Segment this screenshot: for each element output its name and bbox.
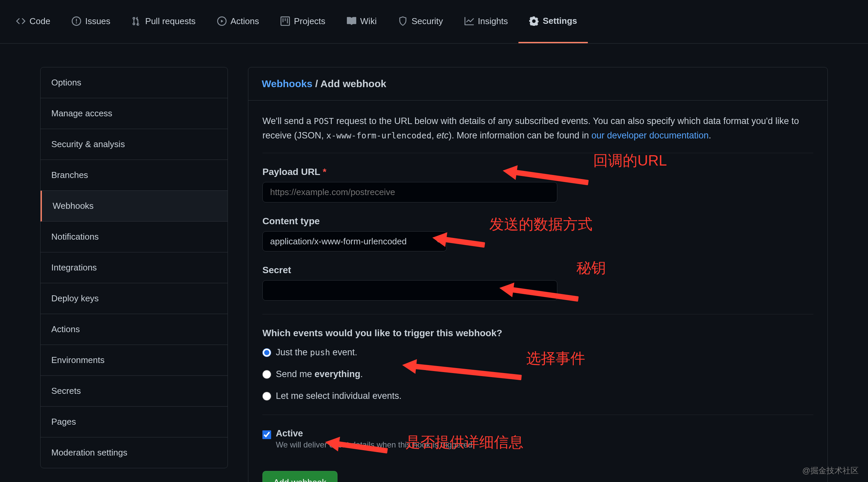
play-icon — [217, 17, 226, 26]
sidebar-item-manage-access[interactable]: Manage access — [40, 98, 227, 129]
sidebar-item-actions[interactable]: Actions — [40, 314, 227, 345]
sidebar-label: Branches — [51, 170, 88, 180]
active-note: We will deliver event details when this … — [276, 440, 474, 450]
sidebar-label: Deploy keys — [51, 293, 99, 303]
sidebar-label: Notifications — [51, 232, 99, 242]
sidebar-label: Manage access — [51, 108, 112, 118]
main-panel: Webhooks / Add webhook We'll send a POST… — [248, 67, 828, 482]
active-label: Active — [276, 428, 474, 439]
event-radio-push[interactable] — [262, 348, 271, 357]
shield-icon — [398, 17, 407, 26]
sidebar-item-integrations[interactable]: Integrations — [40, 252, 227, 283]
breadcrumb-current: Add webhook — [320, 78, 386, 89]
tab-projects[interactable]: Projects — [270, 0, 336, 43]
tab-projects-label: Projects — [294, 16, 326, 27]
breadcrumb-sep: / — [312, 78, 320, 89]
tab-pr-label: Pull requests — [145, 16, 195, 27]
event-label: Send me everything. — [276, 369, 363, 380]
sidebar-label: Secrets — [51, 386, 81, 396]
tab-pull-requests[interactable]: Pull requests — [121, 0, 206, 43]
gear-icon — [529, 17, 538, 26]
event-option-everything[interactable]: Send me everything. — [262, 369, 813, 380]
breadcrumb-root-link[interactable]: Webhooks — [262, 78, 312, 89]
chevron-down-icon — [436, 240, 441, 243]
sidebar-label: Webhooks — [53, 201, 93, 211]
tab-issues[interactable]: Issues — [61, 0, 121, 43]
payload-url-input[interactable] — [262, 182, 557, 203]
sidebar-label: Moderation settings — [51, 448, 127, 457]
tab-insights-label: Insights — [478, 16, 508, 27]
tab-security-label: Security — [411, 16, 443, 27]
project-icon — [280, 17, 290, 26]
event-radio-everything[interactable] — [262, 370, 271, 379]
tab-actions-label: Actions — [230, 16, 259, 27]
tab-insights[interactable]: Insights — [454, 0, 519, 43]
description: We'll send a POST request to the URL bel… — [262, 114, 813, 143]
code-urlencoded: x-www-form-urlencoded — [327, 131, 432, 141]
separator — [262, 153, 813, 153]
watermark: @掘金技术社区 — [802, 465, 859, 476]
separator — [262, 415, 813, 415]
event-option-select[interactable]: Let me select individual events. — [262, 391, 813, 401]
event-option-push[interactable]: Just the push event. — [262, 347, 813, 358]
sidebar-item-secrets[interactable]: Secrets — [40, 376, 227, 406]
sidebar-item-webhooks[interactable]: Webhooks — [40, 191, 227, 221]
sidebar-item-environments[interactable]: Environments — [40, 345, 227, 376]
sidebar-item-pages[interactable]: Pages — [40, 406, 227, 438]
active-checkbox[interactable] — [262, 430, 271, 439]
repo-nav: Code Issues Pull requests Actions Projec… — [0, 0, 868, 43]
pr-icon — [132, 17, 141, 26]
tab-issues-label: Issues — [85, 16, 110, 27]
sidebar-label: Pages — [51, 417, 76, 427]
sidebar-label: Integrations — [51, 263, 97, 272]
sidebar-item-deploy-keys[interactable]: Deploy keys — [40, 283, 227, 314]
event-label: Just the push event. — [276, 347, 357, 358]
events-group: Which events would you like to trigger t… — [262, 328, 813, 401]
code-post: POST — [314, 116, 334, 126]
sidebar-item-security-analysis[interactable]: Security & analysis — [40, 129, 227, 160]
payload-url-group: Payload URL * — [262, 167, 813, 203]
tab-settings[interactable]: Settings — [519, 0, 588, 43]
sidebar-label: Options — [51, 78, 82, 88]
content-type-group: Content type application/x-www-form-urle… — [262, 216, 813, 251]
sidebar-item-options[interactable]: Options — [40, 67, 227, 98]
secret-group: Secret — [262, 265, 813, 301]
breadcrumb: Webhooks / Add webhook — [248, 67, 828, 100]
sidebar-item-branches[interactable]: Branches — [40, 160, 227, 191]
sidebar-label: Security & analysis — [51, 139, 125, 149]
sidebar-label: Environments — [51, 355, 104, 365]
events-heading: Which events would you like to trigger t… — [262, 328, 813, 338]
tab-wiki[interactable]: Wiki — [336, 0, 388, 43]
graph-icon — [465, 17, 474, 26]
tab-wiki-label: Wiki — [360, 16, 377, 27]
book-icon — [347, 17, 356, 26]
secret-label: Secret — [262, 265, 813, 275]
tab-code[interactable]: Code — [5, 0, 61, 43]
payload-url-label: Payload URL * — [262, 167, 813, 177]
sidebar-label: Actions — [51, 324, 80, 334]
add-webhook-button[interactable]: Add webhook — [262, 471, 338, 482]
event-label: Let me select individual events. — [276, 391, 402, 401]
content-type-select[interactable]: application/x-www-form-urlencoded — [262, 231, 447, 251]
settings-sidebar: Options Manage access Security & analysi… — [40, 67, 228, 468]
event-radio-select[interactable] — [262, 392, 271, 400]
content-type-label: Content type — [262, 216, 813, 227]
sidebar-item-moderation[interactable]: Moderation settings — [40, 438, 227, 468]
issue-icon — [72, 17, 81, 26]
separator — [262, 314, 813, 314]
code-icon — [16, 17, 26, 26]
dev-docs-link[interactable]: our developer documentation — [591, 130, 709, 141]
tab-settings-label: Settings — [542, 16, 577, 26]
tab-actions[interactable]: Actions — [207, 0, 270, 43]
tab-security[interactable]: Security — [388, 0, 454, 43]
active-row[interactable]: Active We will deliver event details whe… — [262, 428, 813, 450]
secret-input[interactable] — [262, 280, 557, 301]
tab-code-label: Code — [30, 16, 50, 27]
sidebar-item-notifications[interactable]: Notifications — [40, 221, 227, 252]
